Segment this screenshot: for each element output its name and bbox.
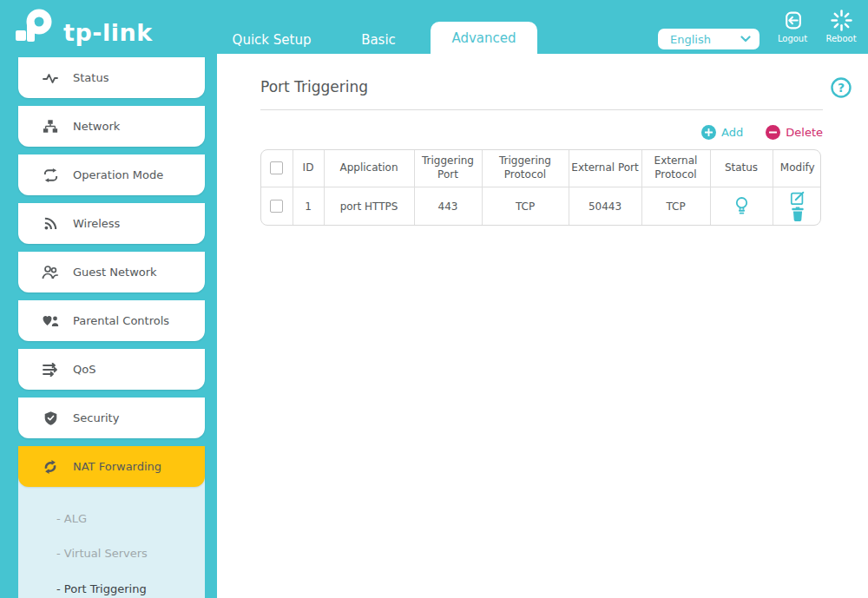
row-triggering-port: 443 [414,187,482,226]
main-content: ? Port Triggering Add Delete [217,54,868,598]
row-status-cell [710,187,773,226]
column-header-status: Status [710,150,773,187]
brand-text: tp-link [63,19,153,46]
sidebar-item-label: Status [73,71,108,84]
row-external-protocol: TCP [641,187,710,226]
row-id: 1 [293,187,324,226]
table-header-row: ID Application Triggering Port Triggerin… [261,150,821,187]
sidebar-item-guest-network[interactable]: Guest Network [18,252,205,292]
reboot-label: Reboot [817,34,865,43]
sidebar: Status Network Operation Mode [18,57,205,495]
table-toolbar: Add Delete [701,125,823,140]
sidebar-item-label: Operation Mode [73,168,163,181]
svg-text:?: ? [838,81,845,95]
column-header-modify: Modify [773,150,821,187]
port-triggering-table: ID Application Triggering Port Triggerin… [260,149,821,226]
submenu-item-port-triggering[interactable]: - Port Triggering [56,581,147,598]
delete-label: Delete [786,126,823,139]
row-application: port HTTPS [324,187,414,226]
row-checkbox[interactable] [270,200,283,213]
top-header: tp-link Quick Setup Basic Advanced Engli… [0,0,868,54]
row-select-cell [261,187,293,226]
swap-arrows-icon [42,168,59,183]
delete-button[interactable]: Delete [766,125,823,140]
pulse-icon [42,72,59,84]
column-header-external-port: External Port [569,150,641,187]
wifi-icon [42,216,59,231]
sidebar-item-label: Network [73,120,120,133]
chevron-down-icon [740,36,751,43]
sidebar-item-parental-controls[interactable]: Parental Controls [18,300,205,341]
trash-icon[interactable] [791,206,805,222]
tab-basic[interactable]: Basic [358,29,398,51]
language-value: English [670,33,711,46]
sidebar-item-label: Wireless [73,217,120,230]
sidebar-item-nat-forwarding[interactable]: NAT Forwarding [18,446,205,487]
row-external-port: 50443 [569,187,641,226]
help-icon[interactable]: ? [830,76,852,99]
reboot-icon [831,10,852,31]
sidebar-item-label: NAT Forwarding [73,460,161,473]
shield-check-icon [42,411,59,426]
tab-quick-setup[interactable]: Quick Setup [228,29,315,51]
reboot-button[interactable]: Reboot [817,10,865,43]
sidebar-item-security[interactable]: Security [18,398,205,438]
sidebar-item-label: Guest Network [73,266,157,279]
sidebar-item-label: Parental Controls [73,314,169,327]
column-header-triggering-port: Triggering Port [414,150,482,187]
page-title: Port Triggering [260,78,368,95]
logout-icon [782,10,804,31]
delete-icon [766,125,780,140]
bulb-on-icon[interactable] [733,196,750,216]
add-label: Add [721,126,743,139]
language-select[interactable]: English [658,29,760,49]
priority-arrows-icon [42,363,59,377]
submenu-item-virtual-servers[interactable]: - Virtual Servers [56,545,148,562]
nat-forwarding-submenu: - ALG - Virtual Servers - Port Triggerin… [18,476,205,598]
row-modify-cell [773,187,821,226]
add-icon [701,125,716,140]
tab-advanced[interactable]: Advanced [431,22,537,54]
sidebar-item-label: QoS [73,363,95,376]
edit-icon[interactable] [790,190,806,206]
row-triggering-protocol: TCP [482,187,569,226]
column-header-application: Application [324,150,414,187]
table-row: 1 port HTTPS 443 TCP 50443 TCP [261,187,821,226]
heart-person-icon [42,314,59,327]
submenu-item-alg[interactable]: - ALG [56,510,87,528]
sidebar-item-wireless[interactable]: Wireless [18,203,205,244]
title-divider [260,109,823,110]
network-tree-icon [42,119,59,134]
column-header-id: ID [293,150,324,187]
sidebar-item-label: Security [73,411,119,424]
logout-label: Logout [768,34,817,43]
logout-button[interactable]: Logout [768,10,817,43]
column-header-external-protocol: External Protocol [641,150,710,187]
sidebar-item-status[interactable]: Status [18,57,205,98]
people-icon [42,265,59,279]
sidebar-item-network[interactable]: Network [18,106,205,147]
sidebar-item-operation-mode[interactable]: Operation Mode [18,154,205,195]
sidebar-item-qos[interactable]: QoS [18,349,205,390]
select-all-cell [261,150,293,187]
column-header-triggering-protocol: Triggering Protocol [482,150,569,187]
tp-link-logo-icon [13,7,58,47]
sync-icon [42,459,59,475]
tp-link-logo[interactable]: tp-link [13,7,153,47]
select-all-checkbox[interactable] [270,161,283,174]
add-button[interactable]: Add [701,125,743,140]
